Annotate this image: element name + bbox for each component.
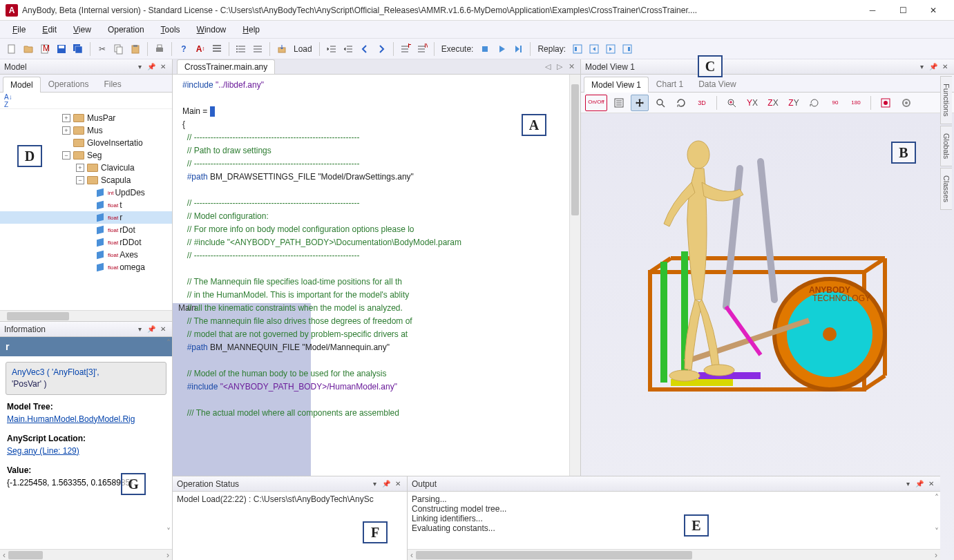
properties-icon[interactable] [610,95,628,111]
open-icon[interactable] [21,41,36,57]
tree-glove[interactable]: GloveInsertatio [87,138,143,148]
info-hscroll[interactable]: ‹› [0,549,172,560]
menu-window[interactable]: Window [190,22,233,37]
view3d-button[interactable]: 3D [693,95,711,111]
save-all-icon[interactable] [70,41,86,57]
close-panel-icon[interactable]: ✕ [158,325,168,334]
editor-tab[interactable]: CrossTrainer.main.any [177,59,275,74]
tree-clavicula[interactable]: Clavicula [101,163,135,173]
info-script-link[interactable]: Seg.any (Line: 129) [7,446,79,456]
dropdown-icon[interactable]: ▾ [135,62,144,72]
new-m-icon[interactable]: M [37,41,53,57]
replay1-icon[interactable] [570,41,585,57]
replay2-icon[interactable] [586,41,602,57]
tree-mus[interactable]: Mus [87,126,103,135]
tree-upddes[interactable]: UpdDes [115,188,144,197]
scroll-up-icon[interactable]: ˄ [935,493,939,503]
zoom-fit-icon[interactable] [723,95,741,111]
indent-left-icon[interactable] [209,41,225,57]
tree-omega[interactable]: omega [120,262,145,272]
tab-files[interactable]: Files [96,76,128,92]
tab-operations[interactable]: Operations [41,76,97,92]
tree-axes[interactable]: Axes [120,250,138,260]
output-hscroll[interactable]: ‹› [408,549,940,560]
pin-icon[interactable]: 📌 [146,62,156,72]
onoff-button[interactable]: On/Off [585,95,607,111]
tab-modelview1[interactable]: Model View 1 [584,77,649,93]
tree-seg[interactable]: Seg [87,151,102,160]
pin-icon[interactable]: 📌 [928,62,938,72]
rotate-icon[interactable] [672,95,690,111]
step-icon[interactable] [511,41,526,57]
output-body[interactable]: Parsing... Constructing model tree... Li… [408,492,940,549]
menu-file[interactable]: File [6,22,32,37]
scroll-down-icon[interactable]: ˅ [166,527,171,537]
dropdown-icon[interactable]: ▾ [135,325,144,334]
paste-icon[interactable] [128,41,143,57]
tab-globals[interactable]: Globals [940,126,952,166]
maximize-button[interactable]: ☐ [888,0,918,21]
stop-icon[interactable] [477,41,493,57]
code-editor[interactable]: #include "../libdef.any" Main = { // ---… [173,75,580,535]
dropdown-icon[interactable]: ▾ [370,479,379,489]
pan-icon[interactable] [631,95,649,111]
rot180-button[interactable]: 180 [847,95,865,111]
scroll-down-icon[interactable]: ˅ [935,527,939,537]
menu-operation[interactable]: Operation [101,22,151,37]
tree-muspar[interactable]: MusPar [87,113,115,123]
help-icon[interactable]: ? [176,41,191,57]
zoom-icon[interactable] [651,95,669,111]
menu-view[interactable]: View [66,22,98,37]
copy-icon[interactable] [111,41,126,57]
tree-hscroll[interactable] [0,310,172,321]
menu-tools[interactable]: Tools [154,22,187,37]
tree-scapula[interactable]: Scapula [101,175,131,185]
rotate2-icon[interactable] [805,95,823,111]
nav-fwd-icon[interactable] [374,41,389,57]
close-panel-icon[interactable]: ✕ [940,62,950,72]
load-model-icon[interactable] [274,41,289,57]
menu-edit[interactable]: Edit [35,22,64,37]
tree-t[interactable]: t [120,200,122,210]
pin-icon[interactable]: 📌 [915,479,924,489]
load-label[interactable]: Load [291,44,315,54]
nav-back-icon[interactable] [357,41,372,57]
pin-icon[interactable]: 📌 [146,325,156,334]
info-modeltree-link[interactable]: Main.HumanModel.BodyModel.Rig [7,414,135,424]
sort-az-icon[interactable]: A↓Z [4,93,12,108]
tab-classes[interactable]: Classes [940,168,952,210]
cut-icon[interactable]: ✂ [95,41,110,57]
list-icon[interactable] [233,41,249,57]
replay4-icon[interactable] [620,41,635,57]
view-yx-button[interactable]: YX [743,95,761,111]
list-m-icon[interactable]: M [414,41,430,57]
tab-functions[interactable]: Functions [940,76,952,124]
tab-dataview[interactable]: Data View [691,76,743,92]
tree-rdot[interactable]: rDot [120,225,135,235]
tree-rddot[interactable]: rDDot [120,238,141,247]
scroll-up-icon[interactable]: ˄ [166,338,171,348]
outdent-icon[interactable] [324,41,339,57]
play-icon[interactable] [494,41,509,57]
model-tree[interactable]: +MusPar +Mus GloveInsertatio −Seg +Clavi… [0,109,172,310]
prev-doc-icon[interactable]: ◁ [543,62,553,71]
replay3-icon[interactable] [603,41,618,57]
pin-icon[interactable]: 📌 [381,479,391,489]
tab-chart1[interactable]: Chart 1 [649,76,691,92]
close-panel-icon[interactable]: ✕ [926,479,936,489]
tree-r[interactable]: r [120,213,122,222]
close-panel-icon[interactable]: ✕ [158,62,168,72]
snapshot-icon[interactable] [897,95,915,111]
close-panel-icon[interactable]: ✕ [393,479,403,489]
view-zy-button[interactable]: ZY [785,95,803,111]
new-icon[interactable] [4,41,19,57]
list2-icon[interactable] [250,41,265,57]
record-icon[interactable] [877,95,895,111]
tab-model[interactable]: Model [3,77,41,93]
close-doc-icon[interactable]: ✕ [566,62,576,71]
minimize-button[interactable]: ─ [857,0,888,21]
dropdown-icon[interactable]: ▾ [917,62,926,72]
print-icon[interactable] [152,41,167,57]
next-doc-icon[interactable]: ▷ [555,62,564,71]
save-icon[interactable] [54,41,69,57]
